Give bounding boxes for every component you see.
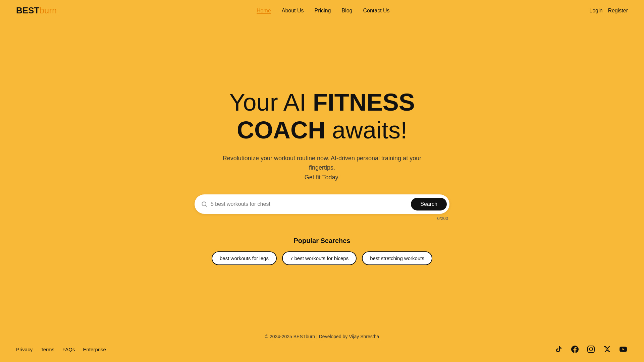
youtube-icon[interactable]	[619, 345, 628, 354]
hero-fitness: FITNESS	[313, 89, 415, 116]
nav-home[interactable]: Home	[257, 8, 271, 14]
hero-title-line1: Your AI FITNESS	[229, 88, 415, 116]
footer-terms[interactable]: Terms	[41, 347, 54, 352]
register-link[interactable]: Register	[608, 8, 628, 14]
nav-about[interactable]: About Us	[282, 8, 304, 14]
search-button[interactable]: Search	[411, 198, 447, 210]
search-input[interactable]	[211, 201, 411, 207]
nav-contact[interactable]: Contact Us	[363, 8, 389, 14]
hero-description: Revolutionize your workout routine now. …	[221, 154, 423, 182]
footer-links: Privacy Terms FAQs Enterprise	[16, 347, 106, 352]
instagram-icon[interactable]	[586, 345, 596, 354]
hero-awaits: awaits!	[325, 117, 407, 143]
tag-biceps[interactable]: 7 best workouts for biceps	[282, 251, 357, 265]
tiktok-icon[interactable]	[554, 345, 564, 354]
nav-blog[interactable]: Blog	[341, 8, 352, 14]
hero-your-ai: Your AI	[229, 89, 313, 116]
logo-best: BEST	[16, 5, 39, 15]
nav-pricing[interactable]: Pricing	[315, 8, 331, 14]
search-icon	[201, 201, 207, 207]
svg-line-1	[205, 205, 206, 206]
hero-title-line2: COACH awaits!	[237, 116, 407, 144]
tag-stretching[interactable]: best stretching workouts	[362, 251, 432, 265]
popular-searches-section: Popular Searches best workouts for legs …	[212, 237, 432, 265]
footer-bottom: Privacy Terms FAQs Enterprise	[16, 345, 628, 354]
twitter-icon[interactable]	[602, 345, 612, 354]
tag-legs[interactable]: best workouts for legs	[212, 251, 277, 265]
popular-searches-title: Popular Searches	[294, 237, 351, 245]
footer-faqs[interactable]: FAQs	[62, 347, 75, 352]
hero-desc-line2: Get fit Today.	[305, 174, 339, 181]
footer-privacy[interactable]: Privacy	[16, 347, 33, 352]
hero-section: Your AI FITNESS COACH awaits! Revolution…	[0, 21, 644, 326]
logo-burn: burn	[39, 5, 57, 15]
char-count: 0/200	[195, 216, 449, 221]
search-container: Search 0/200	[195, 194, 449, 221]
main-nav: Home About Us Pricing Blog Contact Us	[257, 8, 390, 14]
logo[interactable]: BESTburn	[16, 5, 57, 16]
facebook-icon[interactable]	[570, 345, 580, 354]
header: BESTburn Home About Us Pricing Blog Cont…	[0, 0, 644, 21]
login-link[interactable]: Login	[589, 8, 602, 14]
auth-buttons: Login Register	[589, 8, 628, 14]
footer-copyright: © 2024-2025 BESTburn | Developed by Vija…	[16, 334, 628, 339]
hero-coach: COACH	[237, 117, 325, 143]
social-icons	[554, 345, 628, 354]
footer: © 2024-2025 BESTburn | Developed by Vija…	[0, 326, 644, 362]
popular-tags: best workouts for legs 7 best workouts f…	[212, 251, 432, 265]
search-box: Search	[195, 194, 449, 214]
hero-desc-line1: Revolutionize your workout routine now. …	[223, 155, 421, 171]
footer-enterprise[interactable]: Enterprise	[83, 347, 106, 352]
